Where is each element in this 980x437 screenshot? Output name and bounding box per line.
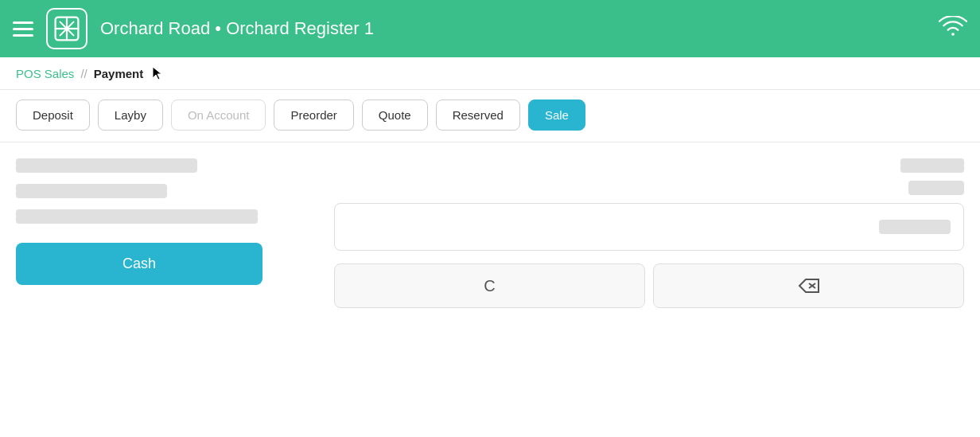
numpad-clear-button[interactable]: C (334, 263, 645, 308)
payment-amount-input[interactable] (334, 203, 964, 251)
breadcrumb-current-page: Payment (94, 67, 144, 80)
wifi-icon (939, 16, 967, 41)
register-name: Orchard Register 1 (226, 18, 374, 38)
tab-sale[interactable]: Sale (528, 99, 585, 131)
skeleton-row-1 (16, 158, 197, 173)
tab-on-account[interactable]: On Account (171, 99, 266, 131)
app-header: Orchard Road • Orchard Register 1 (0, 0, 980, 57)
breadcrumb-pos-sales-link[interactable]: POS Sales (16, 67, 74, 80)
tab-reserved[interactable]: Reserved (436, 99, 520, 131)
payment-type-tabs: Deposit Layby On Account Preorder Quote … (0, 90, 980, 142)
breadcrumb: POS Sales // Payment (0, 57, 980, 90)
tab-preorder[interactable]: Preorder (274, 99, 353, 131)
numpad-backspace-button[interactable] (653, 263, 964, 308)
svg-point-5 (951, 33, 955, 36)
location-name: Orchard Road (100, 18, 210, 38)
tab-layby[interactable]: Layby (98, 99, 163, 131)
breadcrumb-separator: // (80, 67, 87, 80)
cash-payment-button[interactable]: Cash (16, 243, 262, 285)
skeleton-row-2 (16, 184, 167, 198)
skeleton-row-3 (16, 209, 258, 224)
cursor-icon (151, 65, 164, 81)
tab-deposit[interactable]: Deposit (16, 99, 90, 131)
app-logo (46, 8, 88, 49)
hamburger-menu-button[interactable] (13, 21, 33, 37)
payment-main-content: Cash C (0, 142, 980, 437)
backspace-icon (798, 278, 820, 294)
header-location-register: Orchard Road • Orchard Register 1 (100, 18, 926, 39)
skeleton-right-2 (908, 181, 964, 195)
header-separator: • (215, 18, 226, 38)
numpad-bottom-row: C (334, 263, 964, 308)
tab-quote[interactable]: Quote (362, 99, 428, 131)
payment-left-panel: Cash (16, 158, 318, 425)
payment-right-section: C (334, 158, 964, 425)
skeleton-right-1 (900, 158, 964, 173)
amount-skeleton (879, 220, 951, 234)
